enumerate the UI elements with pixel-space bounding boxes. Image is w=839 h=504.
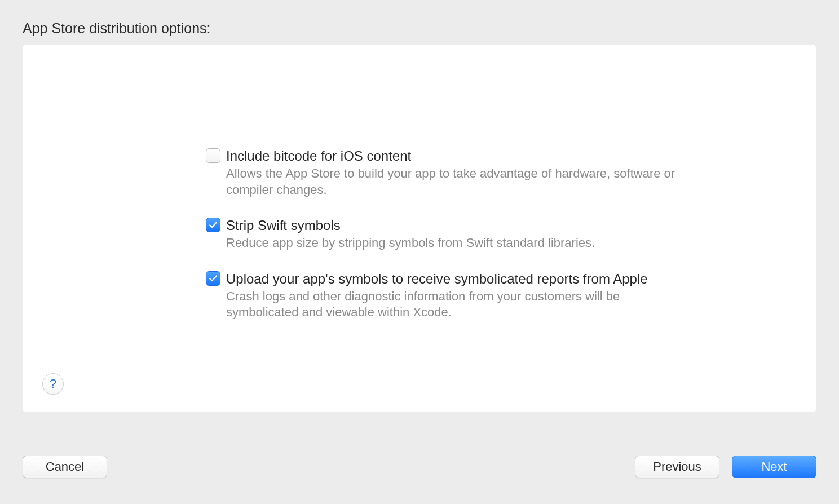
options-list: Include bitcode for iOS content Allows t…	[206, 148, 691, 340]
checkmark-icon	[209, 274, 218, 283]
option-label: Strip Swift symbols	[226, 217, 691, 234]
button-row: Cancel Previous Next	[23, 456, 816, 478]
option-description: Crash logs and other diagnostic informat…	[226, 289, 691, 321]
option-description: Reduce app size by stripping symbols fro…	[226, 235, 691, 251]
next-button[interactable]: Next	[732, 456, 816, 478]
option-strip-swift-symbols: Strip Swift symbols Reduce app size by s…	[206, 217, 691, 251]
option-text: Upload your app's symbols to receive sym…	[226, 271, 691, 321]
button-label: Previous	[653, 459, 701, 474]
cancel-button[interactable]: Cancel	[23, 456, 107, 478]
option-label: Upload your app's symbols to receive sym…	[226, 271, 691, 288]
distribution-options-dialog: App Store distribution options: Include …	[0, 0, 839, 504]
button-label: Next	[761, 459, 787, 474]
checkmark-icon	[209, 220, 218, 229]
option-text: Include bitcode for iOS content Allows t…	[226, 148, 691, 198]
option-text: Strip Swift symbols Reduce app size by s…	[226, 217, 691, 251]
options-panel: Include bitcode for iOS content Allows t…	[23, 45, 816, 412]
page-title: App Store distribution options:	[23, 20, 816, 37]
help-icon: ?	[50, 377, 56, 391]
checkbox-include-bitcode[interactable]	[206, 148, 220, 163]
help-button[interactable]: ?	[42, 373, 64, 395]
option-label: Include bitcode for iOS content	[226, 148, 691, 165]
checkbox-strip-swift-symbols[interactable]	[206, 218, 220, 232]
checkbox-upload-symbols[interactable]	[206, 271, 220, 286]
option-description: Allows the App Store to build your app t…	[226, 166, 691, 198]
previous-button[interactable]: Previous	[635, 456, 719, 478]
option-include-bitcode: Include bitcode for iOS content Allows t…	[206, 148, 691, 198]
button-label: Cancel	[46, 459, 84, 474]
option-upload-symbols: Upload your app's symbols to receive sym…	[206, 271, 691, 321]
